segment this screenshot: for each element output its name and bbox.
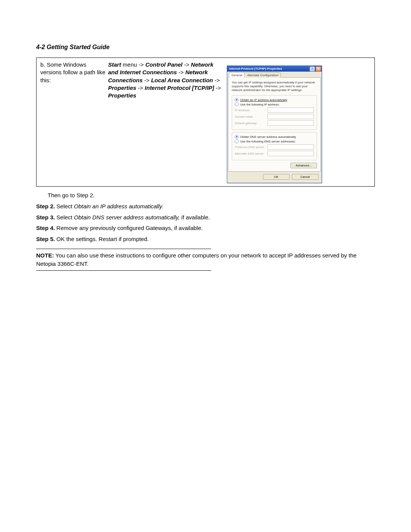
cancel-button[interactable]: Cancel [292, 174, 319, 180]
label-adns: Alternate DNS server: [235, 152, 268, 155]
step-3: Step 3. Select Obtain DNS server address… [36, 213, 375, 222]
ok-button[interactable]: OK [263, 174, 290, 180]
radio-obtain-ip[interactable]: Obtain an IP address automatically [235, 98, 314, 102]
box-nav-path: Start menu -> Control Panel -> Network a… [108, 61, 227, 183]
path-sep: -> [143, 77, 151, 83]
step-5: Step 5. OK the settings. Restart if prom… [36, 235, 375, 243]
path-sep: -> [182, 61, 191, 68]
advanced-button[interactable]: Advanced... [290, 163, 317, 168]
field-ip-address: IP address: [235, 107, 314, 113]
step-2: Step 2. Select Obtain an IP address auto… [36, 202, 375, 211]
note-text: You can also use these instructions to c… [36, 252, 357, 267]
tab-general[interactable]: General [229, 72, 245, 78]
note-label: NOTE: [36, 252, 54, 259]
radio-use-dns-label: Use the following DNS server addresses: [240, 140, 296, 143]
input-adns [268, 151, 314, 156]
step-2-text: Select [55, 203, 74, 209]
step-5-text: OK the settings. Restart if prompted. [55, 236, 149, 242]
path-sep: -> [213, 77, 220, 83]
instruction-box: b. Some Windows versions follow a path l… [36, 58, 375, 187]
field-subnet: Subnet mask: [235, 114, 314, 119]
label-gateway: Default gateway: [235, 121, 268, 125]
label-pdns: Preferred DNS server: [235, 145, 268, 149]
dialog-hint: You can get IP settings assigned automat… [232, 81, 317, 92]
step-4: Step 4. Remove any previously configured… [36, 224, 375, 232]
path-sep: -> [177, 69, 185, 75]
dialog-tabs: General Alternate Configuration [229, 72, 321, 78]
step-2-label: Step 2. [36, 203, 55, 209]
step-3-suffix: if available. [180, 214, 210, 220]
path-sep: -> [136, 85, 145, 91]
tab-panel-general: You can get IP settings assigned automat… [228, 77, 321, 172]
path-sep: -> [214, 85, 221, 91]
input-pdns [268, 144, 314, 150]
step-3-text: Select [55, 214, 74, 220]
field-adns: Alternate DNS server: [235, 151, 314, 156]
dialog-titlebar: Internet Protocol (TCP/IP) Properties ? … [227, 66, 322, 72]
step-4-label: Step 4. [36, 225, 55, 231]
input-gateway [268, 120, 314, 126]
tab-alternate[interactable]: Alternate Configuration [244, 72, 281, 78]
field-pdns: Preferred DNS server: [235, 144, 314, 150]
note-rule-bottom [36, 270, 211, 271]
page-header: 4-2 Getting Started Guide [36, 44, 375, 51]
radio-obtain-dns-label: Obtain DNS server address automatically [240, 135, 296, 139]
radio-use-ip[interactable]: Use the following IP address: [235, 102, 314, 106]
path-lac: Local Area Connection [151, 77, 213, 83]
path-tcpip: Internet Protocol [TCP/IP] [145, 85, 214, 91]
dns-group: Obtain DNS server address automatically … [232, 132, 317, 160]
label-ip: IP address: [235, 109, 268, 112]
then-goto: Then go to Step 2. [48, 191, 375, 200]
path-props1: Properties [108, 85, 136, 91]
close-icon[interactable]: X [315, 66, 321, 72]
radio-use-dns[interactable]: Use the following DNS server addresses: [235, 139, 314, 143]
step-2-option: Obtain an IP address automatically. [74, 203, 163, 209]
box-left-text: b. Some Windows versions follow a path l… [40, 61, 108, 183]
step-3-option: Obtain DNS server address automatically, [74, 214, 180, 220]
note: NOTE: You can also use these instruction… [36, 251, 375, 268]
radio-obtain-dns[interactable]: Obtain DNS server address automatically [235, 135, 314, 139]
label-subnet: Subnet mask: [235, 115, 268, 118]
radio-obtain-ip-label: Obtain an IP address automatically [240, 98, 287, 102]
radio-use-ip-label: Use the following IP address: [240, 103, 279, 106]
step-4-text: Remove any previously configured Gateway… [55, 225, 203, 231]
help-icon[interactable]: ? [309, 66, 315, 72]
input-subnet [268, 114, 314, 119]
field-gateway: Default gateway: [235, 120, 314, 126]
step-5-label: Step 5. [36, 236, 55, 242]
tcpip-properties-dialog: Internet Protocol (TCP/IP) Properties ? … [227, 66, 322, 183]
dialog-title-text: Internet Protocol (TCP/IP) Properties [229, 67, 282, 70]
path-start: Start [108, 61, 121, 68]
path-controlpanel: Control Panel [145, 61, 183, 68]
path-sep: menu -> [121, 61, 145, 68]
note-rule-top [36, 249, 211, 249]
path-props2: Properties [108, 92, 136, 99]
input-ip [268, 107, 314, 113]
step-3-label: Step 3. [36, 214, 55, 220]
ip-group: Obtain an IP address automatically Use t… [232, 95, 317, 130]
